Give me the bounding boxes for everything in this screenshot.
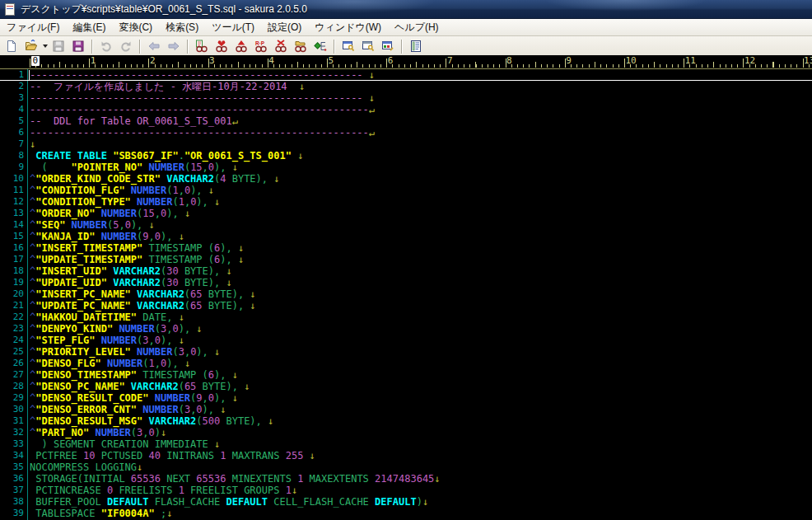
code-line[interactable]: 30^"DENSO_ERROR_CNT" NUMBER(3,0), ↓: [0, 404, 812, 415]
menu-item-file[interactable]: ファイル(F): [0, 19, 66, 36]
find-next-button[interactable]: [212, 37, 231, 55]
menu-item-settings[interactable]: 設定(O): [261, 19, 308, 36]
ruler-number: 10: [626, 56, 637, 66]
code-line[interactable]: 15^"KANJA_ID" NUMBER(9,0), ↓: [0, 231, 812, 242]
type-settings-button[interactable]: [338, 37, 358, 55]
code-line[interactable]: 23^"DENPYO_KIND" NUMBER(3,0), ↓: [0, 323, 812, 335]
code-line[interactable]: 8 CREATE TABLE "SBS067_IF"."OR_0061_S_TS…: [0, 150, 812, 162]
find-previous-icon: [235, 40, 248, 53]
text-area[interactable]: 1---------------------------------------…: [0, 69, 812, 520]
code-line[interactable]: 12^"CONDITION_TYPE" NUMBER(1,0), ↓: [0, 196, 812, 208]
code-line[interactable]: 11^"CONDITION_FLG" NUMBER(1,0), ↓: [0, 185, 812, 196]
menu-item-search[interactable]: 検索(S): [159, 19, 205, 36]
toolbar-separator: [187, 40, 189, 54]
code-line[interactable]: 14^"SEQ" NUMBER(5,0), ↓: [0, 219, 812, 231]
code-line[interactable]: 32^"PART_NO" NUMBER(3,0)↓: [0, 427, 812, 438]
code-line[interactable]: 2-- ファイルを作成しました - 水曜日-10月-22-2014 ↓: [0, 81, 812, 92]
line-text: PCTINCREASE 0 FREELISTS 1 FREELIST GROUP…: [27, 485, 297, 496]
code-line[interactable]: 29^"DENSO_RESULT_CODE" NUMBER(9,0), ↓: [0, 392, 812, 404]
code-line[interactable]: 7↓: [0, 138, 812, 150]
line-number: 27: [0, 369, 27, 381]
line-number: 33: [0, 438, 27, 450]
window-title: デスクトップ¥scripts¥table¥OR_0061_S_TS.sql - …: [21, 2, 307, 16]
toolbar-separator: [139, 40, 141, 54]
code-line[interactable]: 18^"INSERT_UID" VARCHAR2(30 BYTE), ↓: [0, 265, 812, 277]
line-text: ^"DENPYO_KIND" NUMBER(3,0), ↓: [27, 323, 203, 335]
code-line[interactable]: 27^"DENSO_TIMESTAMP" TIMESTAMP (6), ↓: [0, 369, 812, 381]
menu-item-edit[interactable]: 編集(E): [66, 19, 112, 36]
code-line[interactable]: 28^"DENSO_PC_NAME" VARCHAR2(65 BYTE), ↓: [0, 381, 812, 392]
sakura-editor-window: デスクトップ¥scripts¥table¥OR_0061_S_TS.sql - …: [0, 0, 812, 520]
code-line[interactable]: 9 ( "POINTER_NO" NUMBER(15,0), ↓: [0, 162, 812, 173]
app-icon[interactable]: [4, 3, 16, 15]
line-text: PCTFREE 10 PCTUSED 40 INITRANS 1 MAXTRAN…: [27, 450, 315, 461]
save-icon: [52, 40, 65, 53]
code-line[interactable]: 17^"UPDATE_TIMESTAMP" TIMESTAMP (6), ↓: [0, 254, 812, 265]
menu-item-help[interactable]: ヘルプ(H): [388, 19, 446, 36]
open-file-button[interactable]: [21, 37, 41, 55]
menu-item-window[interactable]: ウィンドウ(W): [308, 19, 388, 36]
line-text: ----------------------------------------…: [27, 92, 375, 104]
line-number: 35: [0, 461, 27, 473]
undo-button[interactable]: [96, 37, 116, 55]
code-line[interactable]: 3---------------------------------------…: [0, 92, 812, 104]
line-number: 2: [0, 81, 27, 92]
jump-back-button[interactable]: [144, 37, 164, 55]
ruler-number: 5: [329, 56, 334, 66]
code-line[interactable]: 13^"ORDER_NO" NUMBER(15,0), ↓: [0, 208, 812, 219]
find-previous-button[interactable]: [231, 37, 251, 55]
line-text: ^"INSERT_PC_NAME" VARCHAR2(65 BYTE), ↓: [27, 288, 256, 300]
grep-button[interactable]: [291, 37, 310, 55]
code-line[interactable]: 39 TABLESPACE "IF0004A" ;↓: [0, 508, 812, 519]
line-text: NOCOMPRESS LOGGING↓: [27, 461, 142, 473]
code-line[interactable]: 34 PCTFREE 10 PCTUSED 40 INITRANS 1 MAXT…: [0, 450, 812, 461]
code-line[interactable]: 26^"DENSO_FLG" NUMBER(1,0), ↓: [0, 358, 812, 369]
code-line[interactable]: 35NOCOMPRESS LOGGING↓: [0, 461, 812, 473]
save-button[interactable]: [49, 37, 68, 55]
keyword-settings-button[interactable]: [378, 37, 398, 55]
line-number: 37: [0, 485, 27, 496]
code-line[interactable]: 37 PCTINCREASE 0 FREELISTS 1 FREELIST GR…: [0, 485, 812, 496]
line-number: 21: [0, 300, 27, 312]
code-line[interactable]: 5-- DDL for Table OR_0061_S_TS_001↵: [0, 115, 812, 127]
text-caret: [29, 70, 30, 80]
code-line[interactable]: 25^"PRIORITY_LEVEL" NUMBER(3,0), ↓: [0, 346, 812, 358]
line-text: STORAGE(INITIAL 65536 NEXT 65536 MINEXTE…: [27, 473, 441, 485]
line-text: ^"PRIORITY_LEVEL" NUMBER(3,0), ↓: [27, 346, 220, 358]
line-text: ^"UPDATE_UID" VARCHAR2(30 BYTE), ↓: [27, 277, 232, 288]
menu-item-convert[interactable]: 変換(C): [112, 19, 159, 36]
code-line[interactable]: 31^"DENSO_RESULT_MSG" VARCHAR2(500 BYTE)…: [0, 415, 812, 427]
code-line[interactable]: 21^"UPDATE_PC_NAME" VARCHAR2(65 BYTE), ↓: [0, 300, 812, 312]
code-line[interactable]: 6---------------------------------------…: [0, 127, 812, 138]
code-line[interactable]: 4---------------------------------------…: [0, 104, 812, 115]
code-line[interactable]: 10^"ORDER_KIND_CODE_STR" VARCHAR2(4 BYTE…: [0, 173, 812, 185]
common-settings-button[interactable]: [358, 37, 378, 55]
new-file-button[interactable]: [2, 37, 21, 55]
code-line[interactable]: 36 STORAGE(INITIAL 65536 NEXT 65536 MINE…: [0, 473, 812, 485]
replace-button[interactable]: R·P: [251, 37, 271, 55]
bookmark-jump-button[interactable]: [310, 37, 330, 55]
code-line[interactable]: 22^"HAKKOU_DATETIME" DATE, ↓: [0, 312, 812, 323]
code-line[interactable]: 38 BUFFER_POOL DEFAULT FLASH_CACHE DEFAU…: [0, 496, 812, 508]
code-line[interactable]: 33 ) SEGMENT CREATION IMMEDIATE ↓: [0, 438, 812, 450]
line-number: 18: [0, 265, 27, 277]
code-line[interactable]: 16^"INSERT_TIMESTAMP" TIMESTAMP (6), ↓: [0, 242, 812, 254]
outline-view-button[interactable]: [406, 37, 426, 55]
ruler-number: 13: [804, 56, 812, 66]
title-bar[interactable]: デスクトップ¥scripts¥table¥OR_0061_S_TS.sql - …: [0, 0, 812, 19]
code-line[interactable]: 20^"INSERT_PC_NAME" VARCHAR2(65 BYTE), ↓: [0, 288, 812, 300]
toolbar-separator: [334, 40, 335, 54]
save-all-button[interactable]: [68, 37, 88, 55]
open-file-dropdown[interactable]: [41, 38, 49, 54]
line-number: 7: [0, 138, 27, 150]
menu-item-tools[interactable]: ツール(T): [205, 19, 261, 36]
redo-button[interactable]: [116, 37, 136, 55]
search-button[interactable]: [192, 37, 212, 55]
editor-pane[interactable]: 012345678910111213 1--------------------…: [0, 55, 812, 520]
jump-forward-button[interactable]: [164, 37, 184, 55]
code-line[interactable]: 1---------------------------------------…: [0, 69, 812, 81]
code-line[interactable]: 24^"STEP_FLG" NUMBER(3,0), ↓: [0, 335, 812, 346]
clear-search-button[interactable]: [271, 37, 291, 55]
new-file-icon: [5, 40, 18, 53]
code-line[interactable]: 19^"UPDATE_UID" VARCHAR2(30 BYTE), ↓: [0, 277, 812, 288]
